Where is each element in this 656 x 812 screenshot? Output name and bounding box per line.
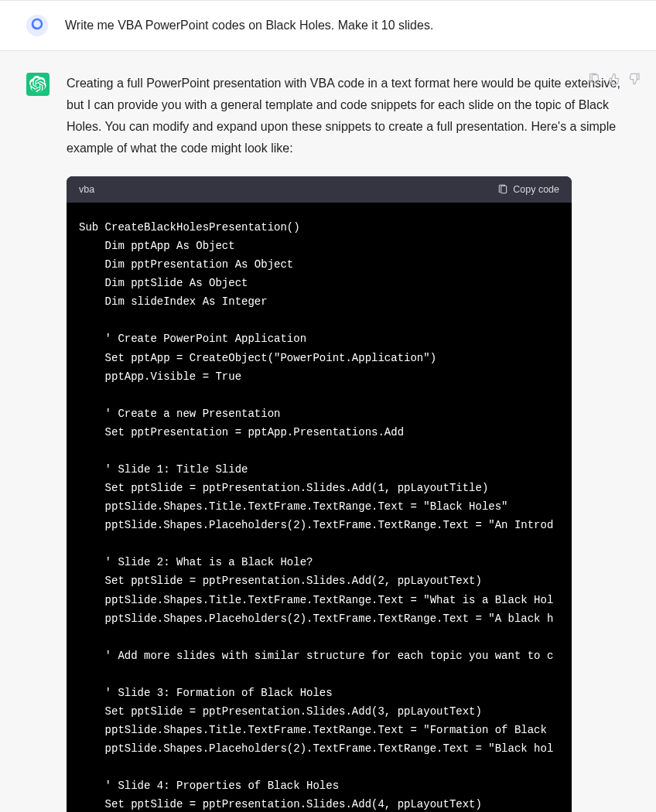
user-avatar-icon bbox=[26, 15, 48, 36]
code-block: vba Copy code Sub CreateBlackHolesPresen… bbox=[67, 176, 572, 812]
user-message: Write me VBA PowerPoint codes on Black H… bbox=[0, 0, 656, 51]
svg-rect-1 bbox=[501, 186, 507, 193]
thumbs-down-button[interactable] bbox=[628, 73, 641, 88]
code-header: vba Copy code bbox=[67, 176, 572, 203]
assistant-message-body: Creating a full PowerPoint presentation … bbox=[67, 73, 639, 812]
svg-point-0 bbox=[26, 15, 48, 36]
copy-code-label: Copy code bbox=[513, 184, 559, 195]
thumbs-down-icon bbox=[628, 73, 641, 85]
user-message-body: Write me VBA PowerPoint codes on Black H… bbox=[65, 15, 637, 36]
thumbs-up-icon bbox=[608, 73, 620, 85]
message-actions bbox=[588, 73, 641, 88]
user-message-text: Write me VBA PowerPoint codes on Black H… bbox=[65, 15, 619, 36]
copy-code-button[interactable]: Copy code bbox=[497, 184, 559, 195]
user-avatar bbox=[26, 15, 48, 36]
assistant-avatar bbox=[26, 73, 50, 96]
assistant-avatar-icon bbox=[29, 76, 46, 93]
code-content[interactable]: Sub CreateBlackHolesPresentation() Dim p… bbox=[67, 203, 572, 812]
clipboard-icon bbox=[588, 73, 600, 85]
assistant-message: Creating a full PowerPoint presentation … bbox=[0, 51, 656, 812]
code-language-label: vba bbox=[79, 184, 94, 195]
code-text: Sub CreateBlackHolesPresentation() Dim p… bbox=[79, 218, 559, 812]
svg-rect-2 bbox=[592, 75, 598, 84]
clipboard-icon bbox=[497, 184, 508, 195]
assistant-intro-text: Creating a full PowerPoint presentation … bbox=[67, 73, 620, 159]
copy-message-button[interactable] bbox=[588, 73, 600, 88]
thumbs-up-button[interactable] bbox=[608, 73, 620, 88]
